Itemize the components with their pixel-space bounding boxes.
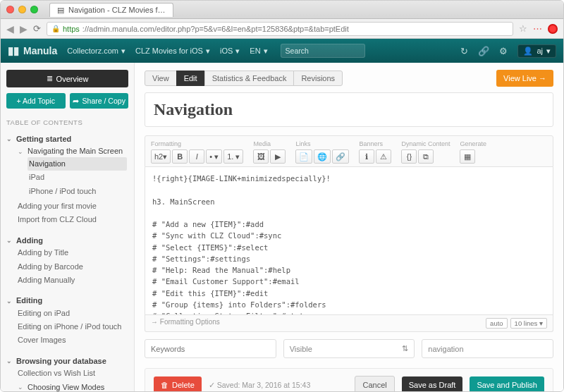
keywords-input[interactable]	[145, 339, 276, 358]
bars-icon: ≣	[47, 74, 53, 83]
crumb-account[interactable]: Collectorz.com▾	[67, 47, 125, 56]
crumb-lang[interactable]: EN▾	[250, 47, 267, 56]
table-icon: ▦	[464, 152, 471, 161]
gear-icon[interactable]: ⚙	[499, 46, 508, 56]
url-input[interactable]: 🔒 https://admin.manula.com/editor.php?p=…	[47, 22, 513, 36]
globe-icon: 🌐	[317, 152, 327, 161]
link-page-button[interactable]: 📄	[295, 149, 312, 164]
dyn-snippet-button[interactable]: ⧉	[418, 149, 434, 164]
delete-button[interactable]: 🗑 Delete	[154, 376, 202, 391]
banner-info-button[interactable]: ℹ	[359, 149, 374, 164]
save-publish-button[interactable]: Save and Publish	[470, 376, 544, 391]
saved-meta: ✓ Saved: Mar 3, 2016 at 15:43	[209, 381, 310, 389]
formatting-options-link[interactable]: → Formatting Options	[151, 318, 220, 329]
maximize-window-icon[interactable]	[30, 6, 38, 13]
info-icon: ℹ	[365, 152, 368, 161]
share-copy-button[interactable]: ➦ Share / Copy	[70, 93, 129, 109]
forward-icon[interactable]: ▶	[20, 23, 27, 35]
list-button[interactable]: • ▾	[206, 149, 222, 164]
user-menu[interactable]: 👤 aj ▾	[517, 44, 556, 58]
back-icon[interactable]: ◀	[6, 23, 14, 35]
sec-adding[interactable]: ⌄Adding	[6, 235, 128, 246]
image-button[interactable]: 🖼	[253, 149, 269, 164]
add-topic-button[interactable]: + Add Topic	[6, 93, 66, 109]
italic-button[interactable]: I	[189, 149, 204, 164]
link-anchor-button[interactable]: 🔗	[332, 149, 349, 164]
sec-nav-main-screen[interactable]: ⌄Navigating the Main Screen	[18, 146, 127, 157]
sec-getting-started[interactable]: ⌄Getting started	[6, 134, 128, 145]
heading-select[interactable]: h2 ▾	[151, 149, 171, 164]
bold-button[interactable]: B	[172, 149, 188, 164]
toc-item-ipad[interactable]: iPad	[27, 171, 127, 184]
browser-tab[interactable]: ▤ Navigation - CLZ Movies f…	[49, 3, 173, 17]
brand-label: Manula	[23, 45, 57, 56]
save-draft-button[interactable]: Save as Draft	[402, 376, 463, 391]
opera-icon[interactable]	[548, 24, 558, 34]
app-header: ▮▮ Manula Collectorz.com▾ CLZ Movies for…	[1, 39, 563, 63]
toc-item-collection-wishlist[interactable]: Collection vs Wish List	[16, 367, 128, 380]
minimize-window-icon[interactable]	[18, 6, 26, 13]
video-icon: ▶	[275, 152, 281, 161]
page-link-icon: 📄	[299, 152, 309, 161]
page-title-input[interactable]	[154, 100, 544, 119]
close-window-icon[interactable]	[6, 6, 14, 13]
toc-item-edit-ipad[interactable]: Editing on iPad	[16, 307, 128, 320]
chevron-down-icon: ▾	[546, 47, 551, 56]
image-icon: 🖼	[257, 152, 265, 161]
banner-warn-button[interactable]: ⚠	[376, 149, 391, 164]
bookmark-icon[interactable]: ☆	[519, 23, 527, 34]
sec-editing[interactable]: ⌄Editing	[6, 295, 128, 306]
toc-item-navigation[interactable]: Navigation	[27, 157, 127, 171]
link-icon[interactable]: 🔗	[478, 46, 489, 56]
grp-media: Media	[253, 140, 286, 147]
menu-dots-icon[interactable]: ⋯	[533, 23, 542, 34]
dyn-var-button[interactable]: {}	[401, 149, 417, 164]
toc-item-add-barcode[interactable]: Adding by Barcode	[16, 260, 128, 274]
content-editor[interactable]: !{right}{IMAGE-LINK+minimizedspecially}!…	[145, 167, 553, 315]
toc-heading: TABLE OF CONTENTS	[6, 118, 128, 126]
select-arrows-icon: ⇅	[402, 344, 408, 353]
slug-input[interactable]	[422, 339, 553, 358]
sec-browsing[interactable]: ⌄Browsing your database	[6, 356, 128, 367]
toc-item-add-title[interactable]: Adding by Title	[16, 246, 128, 259]
crumb-project[interactable]: CLZ Movies for iOS▾	[135, 47, 210, 56]
user-label: aj	[537, 47, 543, 55]
refresh-icon[interactable]: ↻	[460, 46, 468, 56]
book-icon: ▮▮	[8, 44, 19, 57]
tab-stats[interactable]: Statistics & Feedback	[204, 71, 295, 86]
reload-icon[interactable]: ⟳	[33, 23, 41, 34]
lines-tag[interactable]: 10 lines ▾	[510, 318, 547, 329]
sec-view-modes[interactable]: ⌄Choosing View Modes	[18, 382, 127, 391]
editor-toolbar: Formatting h2 ▾ B I • ▾ 1. ▾ Media 🖼 ▶	[145, 135, 553, 167]
cancel-button[interactable]: Cancel	[355, 376, 394, 391]
auto-tag[interactable]: auto	[486, 318, 508, 329]
link-ext-button[interactable]: 🌐	[314, 149, 331, 164]
toc-item-cover-images[interactable]: Cover Images	[16, 333, 128, 347]
toc-item-edit-iphone[interactable]: Editing on iPhone / iPod touch	[16, 320, 128, 333]
main-content: View Edit Statistics & Feedback Revision…	[135, 63, 563, 391]
trash-icon: 🗑	[161, 381, 168, 389]
toc-item-import-clz[interactable]: Import from CLZ Cloud	[16, 213, 128, 226]
url-rest: ://admin.manula.com/editor.php?p=5&v=6&l…	[82, 25, 349, 33]
overview-button[interactable]: ≣ Overview	[6, 70, 128, 87]
crumb-platform[interactable]: iOS▾	[220, 47, 240, 56]
header-search[interactable]: Search	[281, 44, 365, 58]
video-button[interactable]: ▶	[270, 149, 286, 164]
tab-title: Navigation - CLZ Movies f…	[68, 6, 166, 14]
toc-item-add-manual[interactable]: Adding Manually	[16, 274, 128, 287]
view-live-button[interactable]: View Live →	[496, 70, 553, 87]
tab-view[interactable]: View	[145, 71, 177, 86]
generate-button[interactable]: ▦	[460, 149, 475, 164]
page-tabs: View Edit Statistics & Feedback Revision…	[145, 71, 342, 86]
toc-item-first-movie[interactable]: Adding your first movie	[16, 200, 128, 213]
sidebar: ≣ Overview + Add Topic ➦ Share / Copy TA…	[1, 63, 135, 391]
visibility-select[interactable]: Visible ⇅	[283, 339, 415, 358]
tab-edit[interactable]: Edit	[176, 71, 205, 86]
numlist-button[interactable]: 1. ▾	[223, 149, 243, 164]
anchor-icon: 🔗	[336, 152, 345, 161]
toc-item-iphone[interactable]: iPhone / iPod touch	[27, 185, 127, 198]
tab-revisions[interactable]: Revisions	[293, 71, 343, 86]
brand[interactable]: ▮▮ Manula	[8, 44, 57, 57]
toc-tree: ⌄Getting started ⌄Navigating the Main Sc…	[6, 132, 128, 391]
editor-footer: → Formatting Options auto 10 lines ▾	[145, 315, 553, 332]
